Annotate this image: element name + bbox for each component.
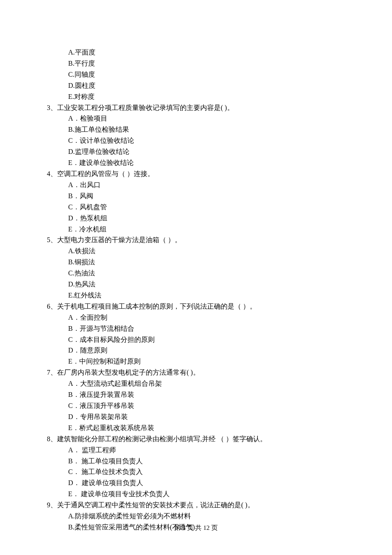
option: B.铜损法	[68, 257, 345, 268]
option: A.防排烟系统的柔性短管必须为不燃材料	[68, 511, 345, 522]
option: A． 监理工程师	[68, 445, 345, 456]
option: E.红外线法	[68, 290, 345, 301]
question-2-options-tail: A.平面度 B.平行度 C.同轴度 D.圆柱度 E.对称度	[47, 47, 345, 102]
question-7-options: A．大型流动式起重机组合吊架 B．液压提升装置吊装 C．液压顶升平移吊装 D．专…	[47, 378, 345, 434]
question-8-options: A． 监理工程师 B． 施工单位项目负责人 C． 施工单位技术负责入 D． 建设…	[47, 445, 345, 500]
option: D．专用吊装架吊装	[68, 411, 345, 422]
option: B． 施工单位项目负责人	[68, 456, 345, 467]
option: A．出风口	[68, 179, 345, 191]
option: D． 建设单位项目负责人	[68, 477, 345, 489]
option: A．大型流动式起重机组合吊架	[68, 378, 345, 389]
option: E．桥式起重机改装系统吊装	[68, 422, 345, 434]
option: E.对称度	[68, 91, 345, 102]
option: C.热油法	[68, 268, 345, 279]
option: E． 建设单位项目专业技术负责人	[68, 489, 345, 500]
option: A.铁损法	[68, 246, 345, 257]
option: C．风机盘管	[68, 202, 345, 213]
question-6-options: A．全面控制 B．开源与节流相结合 C．成本目标风险分担的原则 D．随意原则 E…	[47, 312, 345, 367]
page-footer: 第 4 页 共 12 页	[0, 523, 392, 533]
question-4-stem: 4、空调工程的风管应与（ ）连接。	[47, 168, 345, 179]
option: C．设计单位验收结论	[68, 135, 345, 146]
document-content: A.平面度 B.平行度 C.同轴度 D.圆柱度 E.对称度 3、工业安装工程分项…	[47, 47, 345, 533]
option: B.平行度	[68, 58, 345, 69]
option: D．随意原则	[68, 345, 345, 356]
question-3-stem: 3、工业安装工程分项工程质量验收记录填写的主要内容是( )。	[47, 102, 345, 113]
option: A.平面度	[68, 47, 345, 58]
option: D.热风法	[68, 279, 345, 290]
option: E．中间控制和适时原则	[68, 356, 345, 367]
option: D.监理单位验收结论	[68, 146, 345, 157]
question-6-stem: 6、关于机电工程项目施工成本控制的原则，下列说法正确的是（ ）。	[47, 301, 345, 312]
option: D.圆柱度	[68, 80, 345, 91]
option: A．检验项目	[68, 113, 345, 124]
question-3-options: A．检验项目 B.施工单位检验结果 C．设计单位验收结论 D.监理单位验收结论 …	[47, 113, 345, 168]
option: C． 施工单位技术负责入	[68, 466, 345, 477]
question-8-stem: 8、建筑智能化分部工程的检测记录由检测小组填写,并经 （ ）签字确认。	[47, 434, 345, 445]
option: C.同轴度	[68, 69, 345, 80]
option: B．风阀	[68, 191, 345, 202]
option: B．液压提升装置吊装	[68, 389, 345, 400]
option: C．成本目标风险分担的原则	[68, 334, 345, 345]
option: B．开源与节流相结合	[68, 323, 345, 334]
question-5-stem: 5、大型电力变压器的干燥方法是油箱（ ）。	[47, 234, 345, 246]
option: A．全面控制	[68, 312, 345, 323]
option: C．液压顶升平移吊装	[68, 400, 345, 411]
question-4-options: A．出风口 B．风阀 C．风机盘管 D．热泵机组 E．冷水机组	[47, 179, 345, 235]
question-5-options: A.铁损法 B.铜损法 C.热油法 D.热风法 E.红外线法	[47, 246, 345, 301]
option: E．建设单位验收结论	[68, 157, 345, 168]
question-9-stem: 9、关于通风空调工程中柔性短管的安装技术要点，说法正确的是( )。	[47, 500, 345, 511]
option: B.施工单位检验结果	[68, 124, 345, 135]
question-7-stem: 7、在厂房内吊装大型发电机定子的方法通常有( )。	[47, 367, 345, 378]
option: D．热泵机组	[68, 213, 345, 224]
option: E．冷水机组	[68, 224, 345, 235]
